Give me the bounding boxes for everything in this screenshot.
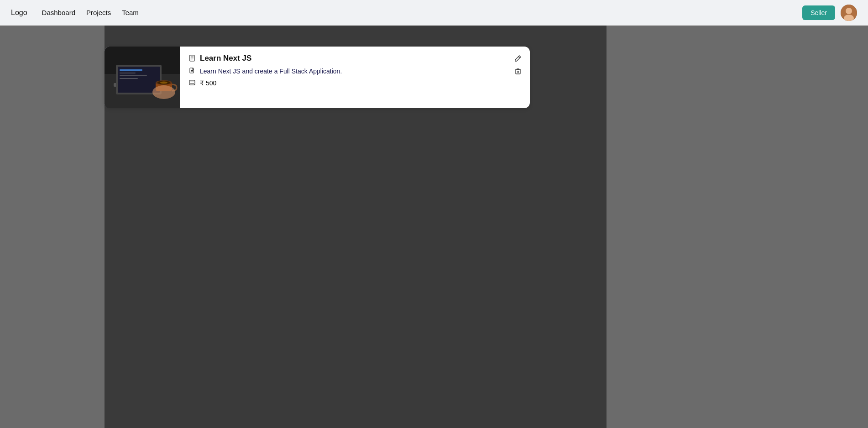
book-icon <box>189 55 196 62</box>
svg-point-16 <box>160 82 167 84</box>
navbar: Logo Dashboard Projects Team Seller <box>0 0 868 26</box>
file-icon <box>189 68 196 75</box>
svg-rect-27 <box>190 82 194 82</box>
nav-right: Seller <box>802 5 857 21</box>
card-actions <box>513 54 523 76</box>
course-price-row: ₹ 500 <box>189 79 521 87</box>
svg-rect-9 <box>120 73 136 73</box>
course-info: Learn Next JS Learn Next JS and create a… <box>180 47 530 108</box>
logo[interactable]: Logo <box>11 9 27 17</box>
svg-rect-10 <box>120 75 147 76</box>
course-price: ₹ 500 <box>200 79 216 87</box>
avatar-image <box>841 5 857 21</box>
seller-button[interactable]: Seller <box>802 5 835 20</box>
dollar-icon <box>189 79 196 87</box>
course-title: Learn Next JS <box>200 54 251 63</box>
right-sidebar <box>607 26 868 428</box>
course-thumbnail <box>105 47 180 108</box>
main-content: Learn Next JS Learn Next JS and create a… <box>0 26 868 428</box>
svg-point-17 <box>152 85 175 99</box>
course-title-row: Learn Next JS <box>189 54 521 63</box>
svg-rect-26 <box>189 80 195 85</box>
pencil-icon <box>514 55 522 62</box>
nav-links: Dashboard Projects Team <box>42 9 803 16</box>
svg-rect-11 <box>120 78 138 79</box>
edit-button[interactable] <box>513 54 523 63</box>
svg-rect-19 <box>191 57 193 57</box>
avatar[interactable] <box>841 5 857 21</box>
course-card: Learn Next JS Learn Next JS and create a… <box>105 47 530 108</box>
delete-button[interactable] <box>513 67 523 76</box>
course-description: Learn Next JS and create a Full Stack Ap… <box>200 68 342 75</box>
svg-rect-28 <box>190 83 194 84</box>
svg-rect-24 <box>191 70 193 71</box>
nav-team[interactable]: Team <box>122 9 139 16</box>
nav-dashboard[interactable]: Dashboard <box>42 9 75 16</box>
svg-point-1 <box>846 8 852 14</box>
svg-rect-29 <box>516 70 520 74</box>
left-sidebar <box>0 26 105 428</box>
trash-icon <box>514 68 522 75</box>
svg-rect-8 <box>120 69 142 71</box>
svg-rect-25 <box>191 72 193 72</box>
svg-rect-22 <box>189 55 190 61</box>
course-desc-row: Learn Next JS and create a Full Stack Ap… <box>189 68 521 75</box>
nav-projects[interactable]: Projects <box>86 9 111 16</box>
thumbnail-svg <box>105 47 180 108</box>
svg-rect-21 <box>191 59 193 59</box>
svg-rect-20 <box>191 58 193 58</box>
